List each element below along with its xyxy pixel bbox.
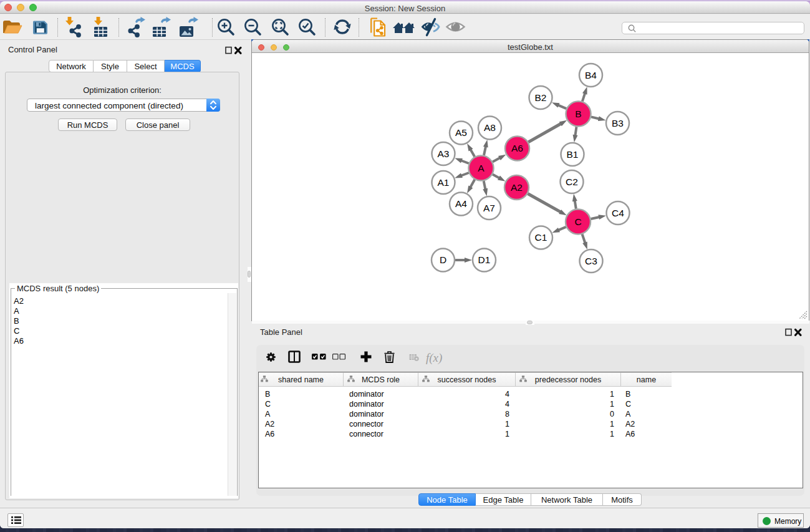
svg-text:C2: C2	[566, 177, 578, 187]
svg-text:B1: B1	[567, 149, 579, 160]
svg-text:C: C	[574, 216, 581, 227]
svg-text:A1: A1	[438, 177, 450, 188]
svg-text:C3: C3	[585, 256, 597, 266]
svg-text:D: D	[440, 254, 446, 265]
svg-text:C4: C4	[612, 208, 624, 218]
svg-text:A6: A6	[511, 143, 523, 153]
svg-text:A4: A4	[455, 198, 467, 209]
svg-text:B4: B4	[585, 70, 597, 80]
svg-text:A: A	[478, 163, 485, 173]
svg-text:B: B	[575, 109, 581, 119]
svg-text:A3: A3	[438, 148, 450, 159]
svg-text:B3: B3	[612, 118, 624, 128]
svg-text:C1: C1	[535, 232, 547, 243]
svg-text:A7: A7	[483, 203, 495, 213]
svg-text:A8: A8	[484, 122, 496, 133]
svg-text:D1: D1	[478, 254, 491, 265]
svg-text:A2: A2	[511, 182, 523, 193]
svg-text:B2: B2	[535, 92, 547, 103]
svg-text:A5: A5	[455, 127, 467, 138]
